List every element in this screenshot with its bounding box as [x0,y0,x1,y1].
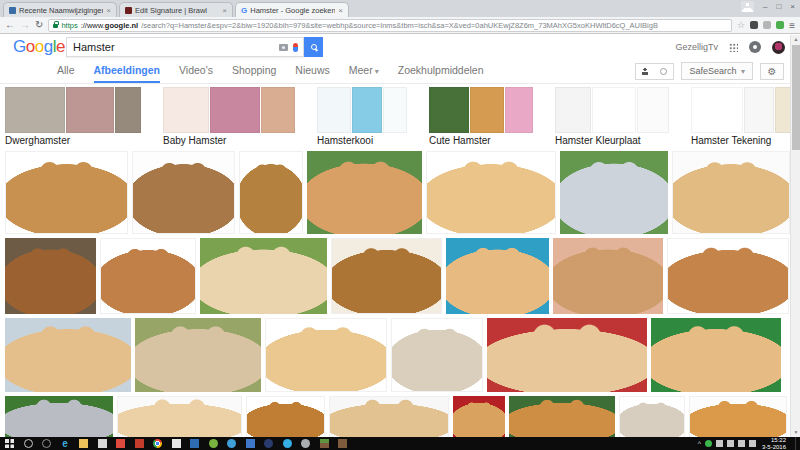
address-bar[interactable]: https://www.google.nl/search?q=Hamster&e… [48,19,732,32]
notifications-icon[interactable] [749,41,761,53]
related-search-chip[interactable]: Dwerghamster [5,87,141,146]
mail-icon[interactable] [172,439,181,448]
image-result[interactable] [200,238,327,314]
tab-close-icon[interactable]: × [338,6,343,15]
image-result[interactable] [239,151,303,234]
onedrive-icon[interactable] [716,440,723,447]
image-result[interactable] [135,318,261,392]
word-icon[interactable] [190,439,199,448]
minimize-button[interactable]: – [763,2,767,11]
network-icon[interactable] [727,440,734,447]
extension-green-icon[interactable] [776,21,784,29]
scroll-up-icon[interactable]: ▲ [791,35,800,44]
scrollbar[interactable]: ▲ ▼ [790,35,800,437]
store-icon[interactable] [98,439,107,448]
account-name[interactable]: GezelligTv [675,42,718,52]
image-result[interactable] [446,238,549,314]
extension-dark-icon[interactable] [750,21,758,29]
maximize-button[interactable]: □ [776,2,781,11]
forward-icon[interactable]: → [20,20,30,30]
image-result[interactable] [132,151,235,234]
related-search-chip[interactable]: Hamster Tekening [691,87,800,146]
history-button[interactable] [654,63,674,80]
nav-tab-afbeeldingen[interactable]: Afbeeldingen [94,64,161,83]
google-logo[interactable]: Google [13,37,57,57]
show-desktop-button[interactable] [795,437,797,450]
settings-gear-icon[interactable]: ⚙ [760,63,784,80]
image-result[interactable] [5,396,113,441]
image-result[interactable] [509,396,615,441]
related-search-chip[interactable]: Baby Hamster [163,87,295,146]
image-result[interactable] [651,318,781,392]
chrome-menu-icon[interactable]: ≡ [789,20,795,31]
google-apps-grid-icon[interactable] [729,43,738,52]
gmail-icon[interactable] [116,439,125,448]
related-search-chip[interactable]: Hamsterkooi [317,87,407,146]
nav-tab-zoekhulpmiddelen[interactable]: Zoekhulpmiddelen [398,64,484,83]
minecraft-dirt-icon[interactable] [338,439,347,448]
image-result[interactable] [307,151,422,234]
image-result[interactable] [619,396,685,441]
search-button[interactable] [304,37,323,57]
tab-close-icon[interactable]: × [222,6,227,15]
nav-tab-meer[interactable]: Meer▾ [349,64,379,83]
taskbar-clock[interactable]: 15:22 3-5-2016 [762,437,786,450]
search-by-image-camera-icon[interactable] [279,44,288,51]
skype-icon[interactable] [283,439,292,448]
image-result[interactable] [560,151,668,234]
avatar[interactable] [772,41,785,54]
app-blue-icon[interactable] [227,439,236,448]
tab-close-icon[interactable]: × [106,6,111,15]
search-icon[interactable] [24,439,33,448]
image-result[interactable] [329,396,449,441]
image-result[interactable] [391,318,483,392]
image-result[interactable] [453,396,505,441]
search-input[interactable] [67,41,279,53]
edge-icon[interactable]: e [61,439,70,448]
image-result[interactable] [100,238,196,314]
hidden-icons-chevron[interactable]: ^ [698,439,701,449]
volume-icon[interactable] [738,440,745,447]
swirl-icon[interactable] [264,439,273,448]
reader-icon[interactable] [135,439,144,448]
nvidia-icon[interactable] [209,439,218,448]
image-result[interactable] [5,151,128,234]
steam-icon[interactable] [301,439,310,448]
minecraft-grass-icon[interactable] [320,439,329,448]
nav-tab-shopping[interactable]: Shopping [232,64,276,83]
browser-profile-button[interactable] [741,1,754,12]
action-center-icon[interactable] [749,440,756,447]
related-search-chip[interactable]: Hamster Kleurplaat [555,87,669,146]
image-result[interactable] [5,238,96,314]
scrollbar-thumb[interactable] [792,45,800,150]
file-explorer-icon[interactable] [79,439,88,448]
scroll-down-icon[interactable]: ▼ [791,428,800,437]
reload-icon[interactable]: ↻ [35,20,43,30]
image-result[interactable] [117,396,242,441]
photos-icon[interactable] [246,439,255,448]
image-result[interactable] [331,238,442,314]
image-result[interactable] [487,318,647,392]
browser-tab[interactable]: Edit Signature | Brawl× [119,2,233,17]
close-button[interactable]: × [790,2,795,11]
image-result[interactable] [265,318,387,392]
image-result[interactable] [672,151,790,234]
image-result[interactable] [426,151,556,234]
image-result[interactable] [5,318,131,392]
nav-tab-nieuws[interactable]: Nieuws [295,64,329,83]
voice-search-mic-icon[interactable] [293,43,298,52]
image-result[interactable] [246,396,325,441]
back-icon[interactable]: ← [5,20,15,30]
grid-view-button[interactable] [635,63,655,80]
nav-tab-alle[interactable]: Alle [57,64,75,83]
start-button[interactable] [5,439,14,448]
browser-tab[interactable]: Recente Naamwijzigingen× [3,2,117,17]
nav-tab-videos[interactable]: Video's [179,64,213,83]
extension-grey-icon[interactable] [763,21,771,29]
safesearch-dropdown[interactable]: SafeSearch ▾ [681,62,753,80]
bookmark-star-icon[interactable]: ☆ [737,20,745,30]
task-view-icon[interactable] [42,439,51,448]
related-search-chip[interactable]: Cute Hamster [429,87,533,146]
chrome-icon[interactable] [153,439,162,448]
browser-tab[interactable]: GHamster - Google zoeken× [235,2,349,17]
